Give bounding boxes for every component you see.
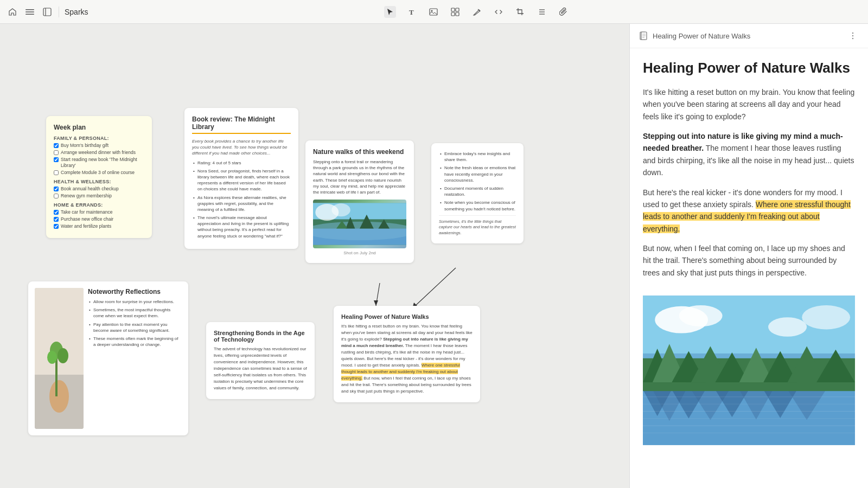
svg-rect-9: [456, 8, 459, 11]
week-item: Start reading new book 'The Midnight Lib…: [54, 157, 144, 169]
item-checkbox[interactable]: [54, 143, 59, 148]
reflections-bullet: Pay attention to the exact moment you be…: [88, 322, 182, 333]
insights-italic: Sometimes, it's the little things that c…: [439, 215, 516, 236]
svg-rect-32: [35, 288, 84, 375]
week-item: Renew gym membership: [54, 193, 144, 199]
bonds-title: Strengthening Bonds in the Age of Techno…: [214, 330, 307, 343]
item-label: Take car for maintenance: [61, 209, 112, 215]
svg-point-52: [802, 305, 850, 329]
code-icon[interactable]: [493, 6, 505, 18]
health-section-title: Health & Wellness:: [54, 179, 144, 184]
item-checkbox[interactable]: [54, 217, 59, 222]
week-item: Buy Mom's birthday gift: [54, 143, 144, 149]
reflections-card: Noteworthy Reflections Allow room for su…: [28, 281, 188, 435]
svg-point-34: [49, 380, 69, 413]
nature-card-image: [313, 200, 406, 248]
item-checkbox[interactable]: [54, 170, 59, 175]
book-review-bullet: Rating: 4 out of 5 stars: [192, 160, 291, 166]
book-review-card: Book review: The Midnight Library Every …: [184, 108, 298, 249]
item-checkbox[interactable]: [54, 194, 59, 198]
app-title: Sparks: [65, 8, 88, 16]
week-item: Purchase new office chair: [54, 216, 144, 222]
item-checkbox[interactable]: [54, 187, 59, 191]
healing-canvas-card: Healing Power of Nature Walks It's like …: [334, 306, 480, 402]
toolbar-center: T: [93, 6, 861, 18]
book-review-bullet: Nora Seed, our protagonist, finds hersel…: [192, 168, 291, 192]
home-icon[interactable]: [7, 6, 18, 18]
panel-header-title: Healing Power of Nature Walks: [653, 32, 750, 40]
attachment-icon[interactable]: [558, 6, 570, 18]
divider-1: [59, 7, 59, 17]
item-checkbox[interactable]: [54, 224, 59, 229]
panel-nature-svg: [643, 286, 855, 454]
sidebar-icon[interactable]: [41, 6, 53, 18]
insights-card: Embrace today's new insights and share t…: [431, 143, 524, 243]
svg-point-45: [852, 35, 853, 36]
book-review-title: Book review: The Midnight Library: [192, 115, 291, 134]
panel-para-1: It's like hitting a reset button on my b…: [643, 86, 855, 123]
home-section-title: Home & Errands:: [54, 202, 144, 208]
svg-rect-3: [43, 8, 51, 16]
list-icon[interactable]: [536, 6, 548, 18]
crop-icon[interactable]: [514, 6, 526, 18]
svg-rect-78: [643, 382, 855, 391]
book-review-bullet: As Nora explores these alternate realiti…: [192, 195, 291, 213]
reflections-title: Noteworthy Reflections: [88, 288, 182, 296]
bonds-card: Strengthening Bonds in the Age of Techno…: [206, 322, 315, 399]
right-panel: Healing Power of Nature Walks Healing Po…: [629, 24, 868, 488]
svg-point-23: [313, 222, 406, 240]
svg-point-37: [58, 348, 68, 363]
item-checkbox[interactable]: [54, 210, 59, 215]
book-icon: [639, 31, 648, 41]
panel-main-title: Healing Power of Nature Walks: [643, 59, 855, 78]
week-item: Water and fertilize plants: [54, 223, 144, 229]
right-panel-content[interactable]: Healing Power of Nature Walks It's like …: [630, 48, 868, 488]
text-icon[interactable]: T: [406, 6, 418, 18]
reflections-bullet: Allow room for surprise in your reflecti…: [88, 299, 182, 305]
svg-point-51: [768, 318, 807, 337]
svg-rect-6: [430, 9, 437, 15]
reflections-bullet: Sometimes, the most impactful thoughts c…: [88, 307, 182, 319]
svg-rect-0: [25, 9, 34, 10]
insights-bullet: Embrace today's new insights and share t…: [439, 151, 516, 163]
svg-point-46: [852, 38, 853, 39]
item-label: Complete Module 3 of online course: [61, 170, 135, 176]
insights-bullet: Document moments of sudden realization.: [439, 185, 516, 197]
book-review-bullet: The novel's ultimate message about appre…: [192, 215, 291, 239]
healing-bold: Stepping out into nature is like giving …: [341, 337, 468, 348]
grid-icon[interactable]: [449, 6, 461, 18]
svg-point-7: [431, 10, 433, 11]
cursor-icon[interactable]: [384, 6, 396, 18]
healing-highlight-text: Where one stressful thought leads to ano…: [341, 363, 460, 381]
menu-icon[interactable]: [24, 6, 36, 18]
week-item: Book annual health checkup: [54, 186, 144, 192]
svg-rect-10: [451, 12, 455, 16]
bonds-text: The advent of technology has revolutioni…: [214, 346, 307, 391]
insights-bullet: Note the fresh ideas or emotions that ha…: [439, 165, 516, 183]
svg-rect-1: [25, 11, 34, 12]
toolbar-left: Sparks: [7, 6, 88, 18]
reflections-bullet: These moments often mark the beginning o…: [88, 336, 182, 348]
week-item: Take car for maintenance: [54, 209, 144, 215]
svg-point-26: [331, 203, 350, 216]
week-plan-title: Week plan: [54, 124, 144, 131]
item-checkbox[interactable]: [54, 150, 59, 155]
nature-mini-svg: [313, 200, 406, 248]
item-checkbox[interactable]: [54, 157, 59, 162]
book-review-italic: Every book provides a chance to try anot…: [192, 138, 291, 157]
svg-point-38: [47, 351, 57, 364]
svg-line-16: [376, 283, 380, 306]
week-plan-card: Week plan Family & Personal: Buy Mom's b…: [46, 116, 152, 238]
image-icon[interactable]: [427, 6, 439, 18]
panel-para-4: But now, when I feel that coming on, I l…: [643, 242, 855, 279]
panel-para-2: Stepping out into nature is like giving …: [643, 130, 855, 179]
reflections-content: Noteworthy Reflections Allow room for su…: [88, 288, 182, 429]
canvas-area[interactable]: Week plan Family & Personal: Buy Mom's b…: [0, 24, 629, 488]
draw-icon[interactable]: [471, 6, 483, 18]
panel-menu-button[interactable]: [846, 29, 859, 42]
right-panel-header: Healing Power of Nature Walks: [630, 24, 868, 48]
svg-marker-17: [374, 300, 378, 306]
svg-rect-8: [451, 8, 455, 11]
week-item: Arrange weekend dinner with friends: [54, 150, 144, 156]
week-item: Complete Module 3 of online course: [54, 170, 144, 176]
